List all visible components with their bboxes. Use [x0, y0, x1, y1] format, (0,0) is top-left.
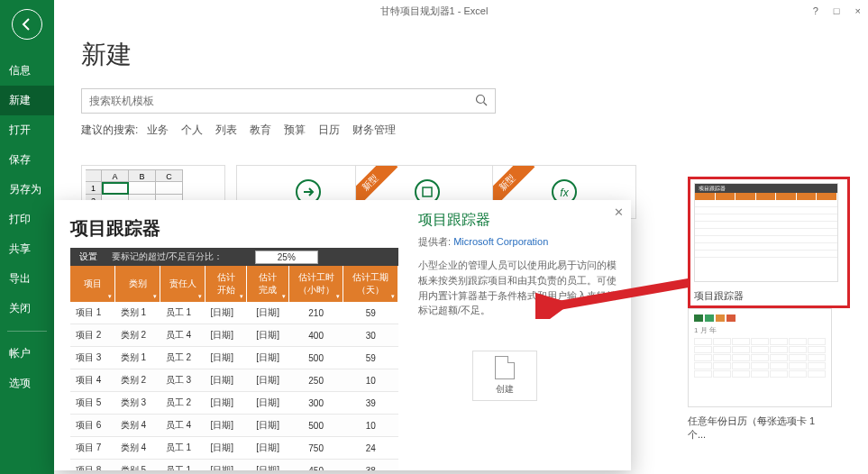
sidebar-item-另存为[interactable]: 另存为 [0, 175, 54, 205]
template-caption: 项目跟踪器 [694, 289, 838, 302]
suggest-link[interactable]: 个人 [181, 123, 203, 136]
table-header: 类别 [115, 266, 160, 302]
sidebar-item-选项[interactable]: 选项 [0, 369, 54, 398]
sidebar-item-打开[interactable]: 打开 [0, 115, 54, 145]
create-button[interactable]: 创建 [472, 351, 537, 401]
help-button[interactable]: ? [813, 5, 818, 16]
table-cell: 10 [343, 369, 398, 392]
template-calendar[interactable]: 1 月 年 任意年份日历（每张选项卡 1 个... [688, 308, 832, 441]
dialog-close-button[interactable]: ✕ [614, 205, 624, 219]
table-header: 估计开始 [206, 266, 247, 302]
table-header: 项目 [70, 266, 115, 302]
table-cell: 项目 5 [70, 392, 115, 415]
sidebar-item-信息[interactable]: 信息 [0, 56, 54, 86]
table-cell: 59 [343, 347, 398, 369]
table-cell: 300 [288, 392, 343, 415]
template-preview-dialog: 项目跟踪器 设置 要标记的超过/不足百分比： 25% 项目类别责任人估计开始估计… [54, 200, 631, 470]
provider-label: 提供者: [418, 236, 451, 247]
table-row: 项目 2类别 2员工 4[日期][日期]40030 [70, 324, 398, 347]
preview-project-table: 项目类别责任人估计开始估计完成估计工时（小时）估计工期（天） 项目 1类别 1员… [70, 266, 398, 470]
suggest-link[interactable]: 业务 [147, 123, 169, 136]
sidebar-item-导出[interactable]: 导出 [0, 264, 54, 294]
svg-text:fx: fx [560, 187, 569, 199]
table-cell: [日期] [206, 437, 247, 460]
table-row: 项目 4类别 2员工 3[日期][日期]25010 [70, 369, 398, 392]
table-header: 责任人 [160, 266, 206, 302]
arrow-left-icon [20, 17, 34, 32]
suggest-label: 建议的搜索: [81, 123, 138, 136]
table-cell: 类别 2 [115, 324, 160, 347]
suggest-link[interactable]: 财务管理 [352, 123, 396, 136]
sidebar-item-帐户[interactable]: 帐户 [0, 339, 54, 369]
sidebar-item-关闭[interactable]: 关闭 [0, 294, 54, 324]
table-cell: 类别 1 [115, 347, 160, 369]
table-cell: 30 [343, 324, 398, 347]
table-cell: [日期] [206, 415, 247, 437]
table-cell: [日期] [206, 460, 247, 471]
right-template-column: 项目跟踪器 项目跟踪器 [688, 177, 850, 474]
sidebar-item-保存[interactable]: 保存 [0, 145, 54, 175]
table-cell: 类别 4 [115, 437, 160, 460]
highlighted-template: 项目跟踪器 项目跟踪器 [688, 177, 850, 308]
sidebar-item-共享[interactable]: 共享 [0, 234, 54, 264]
table-header: 估计完成 [247, 266, 288, 302]
table-cell: 项目 3 [70, 347, 115, 369]
table-cell: [日期] [206, 302, 247, 324]
dialog-provider-row: 提供者: Microsoft Corporation [418, 235, 617, 249]
table-cell: 项目 1 [70, 302, 115, 324]
table-cell: 24 [343, 437, 398, 460]
table-cell: 类别 1 [115, 302, 160, 324]
table-cell: [日期] [247, 302, 288, 324]
svg-rect-4 [423, 187, 432, 196]
search-input[interactable] [89, 95, 475, 107]
table-cell: 项目 2 [70, 324, 115, 347]
table-cell: [日期] [247, 415, 288, 437]
sidebar-separator [7, 331, 47, 332]
table-header: 估计工期（天） [343, 266, 398, 302]
maximize-button[interactable]: □ [834, 5, 840, 16]
svg-point-0 [477, 95, 485, 103]
table-cell: 59 [343, 302, 398, 324]
table-cell: [日期] [206, 369, 247, 392]
search-icon[interactable] [475, 94, 488, 109]
provider-link[interactable]: Microsoft Corporation [453, 236, 548, 247]
sidebar-item-新建[interactable]: 新建 [0, 86, 54, 115]
table-cell: 10 [343, 415, 398, 437]
table-cell: 项目 7 [70, 437, 115, 460]
suggest-link[interactable]: 日历 [318, 123, 340, 136]
template-project-tracker[interactable]: 项目跟踪器 项目跟踪器 [694, 183, 838, 302]
table-cell: 员工 2 [160, 347, 206, 369]
close-button[interactable]: × [855, 5, 861, 16]
dialog-preview-pane: 项目跟踪器 设置 要标记的超过/不足百分比： 25% 项目类别责任人估计开始估计… [54, 200, 415, 470]
backstage-sidebar: 信息新建打开保存另存为打印共享导出关闭 帐户选项 [0, 0, 54, 474]
table-header: 估计工时（小时） [288, 266, 343, 302]
suggest-link[interactable]: 预算 [284, 123, 306, 136]
table-cell: 500 [288, 415, 343, 437]
suggest-link[interactable]: 列表 [215, 123, 237, 136]
suggest-link[interactable]: 教育 [250, 123, 271, 136]
table-cell: 员工 1 [160, 437, 206, 460]
table-cell: [日期] [206, 392, 247, 415]
table-cell: 员工 1 [160, 460, 206, 471]
mini-project-tracker-preview: 项目跟踪器 [695, 184, 837, 281]
table-cell: [日期] [247, 460, 288, 471]
template-search-box[interactable] [81, 88, 496, 114]
table-cell: 类别 5 [115, 460, 160, 471]
table-row: 项目 3类别 1员工 2[日期][日期]50059 [70, 347, 398, 369]
table-row: 项目 7类别 4员工 1[日期][日期]75024 [70, 437, 398, 460]
table-cell: [日期] [247, 437, 288, 460]
settings-label: 设置 [79, 251, 97, 263]
dialog-template-title: 项目跟踪器 [418, 211, 617, 230]
table-cell: 250 [288, 369, 343, 392]
preview-settings-bar: 设置 要标记的超过/不足百分比： 25% [70, 248, 398, 266]
table-cell: 员工 2 [160, 392, 206, 415]
sidebar-item-打印[interactable]: 打印 [0, 205, 54, 234]
table-cell: 类别 3 [115, 392, 160, 415]
mini-calendar-preview: 1 月 年 [689, 309, 831, 406]
create-label: 创建 [496, 383, 514, 396]
table-cell: [日期] [247, 347, 288, 369]
table-cell: 450 [288, 460, 343, 471]
table-cell: 500 [288, 347, 343, 369]
table-cell: 类别 4 [115, 415, 160, 437]
back-button[interactable] [12, 9, 42, 40]
